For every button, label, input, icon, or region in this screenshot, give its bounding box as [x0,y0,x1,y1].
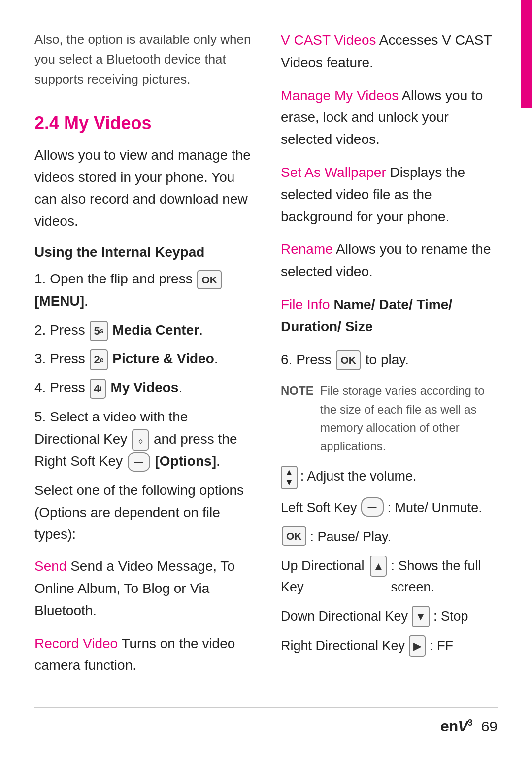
playback-pause: OK : Pause/ Play. [281,526,498,548]
step-4-text: 4. Press [34,380,89,395]
left-column: Also, the option is available only when … [34,30,251,688]
options-note: Select one of the following options (Opt… [34,480,251,546]
volume-text: : Adjust the volume. [300,466,417,487]
right-column: V CAST Videos Accesses V CAST Videos fea… [281,30,498,688]
up-dir-icon: ▲ [370,556,387,577]
up-dir-text: : Shows the full screen. [391,556,498,598]
section-heading: 2.4 My Videos [34,113,251,134]
step-3-text: 3. Press [34,351,89,366]
playback-up: Up Directional Key ▲ : Shows the full sc… [281,556,498,598]
right-dir-prefix: Right Directional Key [281,635,405,657]
option-record-block: Record Video Turns on the video camera f… [34,633,251,677]
steps-list: 1. Open the flip and press OK [MENU]. 2.… [34,268,251,473]
top-note: Also, the option is available only when … [34,30,251,89]
down-dir-icon: ▼ [412,606,430,627]
step-2-label: Media Center. [112,322,203,338]
vcast-heading: V CAST Videos [281,33,376,48]
step-3: 3. Press 2e Picture & Video. [34,348,251,370]
step-6-num: 6. Press [281,352,335,367]
note-block: NOTE File storage varies according to th… [281,382,498,455]
down-dir-prefix: Down Directional Key [281,606,408,627]
note-text: File storage varies according to the siz… [320,382,498,455]
mute-prefix: Left Soft Key [281,497,357,519]
option-send-heading: Send [34,558,66,574]
step-1-num: 1. Open the flip and press [34,271,196,286]
page-container: Also, the option is available only when … [0,0,532,765]
rename-heading: Rename [281,242,333,257]
wallpaper-block: Set As Wallpaper Displays the selected v… [281,162,498,228]
pause-text: : Pause/ Play. [310,526,392,548]
step-6-text: to play. [366,352,409,367]
fileinfo-block: File Info Name/ Date/ Time/ Duration/ Si… [281,294,498,338]
mute-text: : Mute/ Unmute. [388,497,482,519]
wallpaper-heading: Set As Wallpaper [281,165,386,180]
bottom-bar: enV3 69 [34,707,498,735]
step-1: 1. Open the flip and press OK [MENU]. [34,268,251,313]
logo-super: 3 [468,718,472,728]
step-5-options: [Options]. [155,453,220,469]
playback-down: Down Directional Key ▼ : Stop [281,606,498,627]
subsection-heading: Using the Internal Keypad [34,244,251,260]
two-column-layout: Also, the option is available only when … [34,30,498,688]
section-body: Allows you to view and manage the videos… [34,144,251,233]
volume-icon: ▲ ▼ [281,466,298,489]
step-4-label: My Videos. [110,380,182,395]
step-6: 6. Press OK to play. [281,349,498,371]
vcast-block: V CAST Videos Accesses V CAST Videos fea… [281,30,498,74]
soft-key-icon: — [128,452,150,472]
step-2: 2. Press 5s Media Center. [34,319,251,342]
option-send-block: Send Send a Video Message, To Online Alb… [34,556,251,622]
page-number: 69 [481,718,498,735]
playback-right: Right Directional Key ▶ : FF [281,635,498,657]
manage-heading: Manage My Videos [281,88,399,103]
ok-pause-icon: OK [282,526,306,546]
rename-block: Rename Allows you to rename the selected… [281,239,498,283]
up-dir-prefix: Up Directional Key [281,556,366,598]
ok-play-key: OK [336,350,361,370]
left-soft-key-icon: — [361,497,384,517]
right-dir-text: : FF [430,635,453,657]
down-dir-text: : Stop [433,606,468,627]
ok-key-icon: OK [197,270,222,290]
directional-key-icon: ⬨ [132,429,149,451]
env-logo: enV3 [440,717,472,735]
right-dir-icon: ▶ [409,635,426,657]
option-record-heading: Record Video [34,636,118,651]
step-1-after: [MENU]. [34,293,88,309]
step-2-text: 2. Press [34,322,89,338]
playback-volume: ▲ ▼ : Adjust the volume. [281,466,498,489]
accent-bar [521,0,532,108]
key-4-icon: 4i [90,379,105,399]
fileinfo-heading: File Info [281,297,330,312]
step-5: 5. Select a video with the Directional K… [34,406,251,473]
step-4: 4. Press 4i My Videos. [34,377,251,399]
key-5-icon: 5s [90,321,107,341]
key-2-icon: 2e [90,349,107,370]
step-3-label: Picture & Video. [112,351,218,366]
note-label: NOTE [281,382,315,455]
manage-block: Manage My Videos Allows you to erase, lo… [281,85,498,151]
playback-mute: Left Soft Key — : Mute/ Unmute. [281,497,498,519]
